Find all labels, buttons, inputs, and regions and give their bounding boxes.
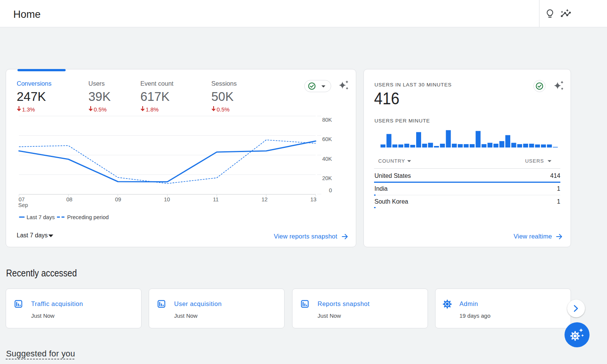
svg-text:12: 12: [261, 196, 267, 202]
svg-text:08: 08: [66, 196, 72, 202]
svg-text:Sep: Sep: [18, 202, 28, 208]
svg-text:20K: 20K: [322, 175, 332, 181]
svg-text:13: 13: [310, 196, 316, 202]
svg-text:80K: 80K: [322, 117, 332, 123]
svg-text:0: 0: [329, 187, 332, 193]
svg-text:60K: 60K: [322, 136, 332, 142]
svg-text:11: 11: [213, 196, 219, 202]
svg-text:07: 07: [19, 196, 25, 202]
svg-text:09: 09: [115, 196, 121, 202]
svg-text:40K: 40K: [322, 156, 332, 162]
svg-text:10: 10: [164, 196, 170, 202]
